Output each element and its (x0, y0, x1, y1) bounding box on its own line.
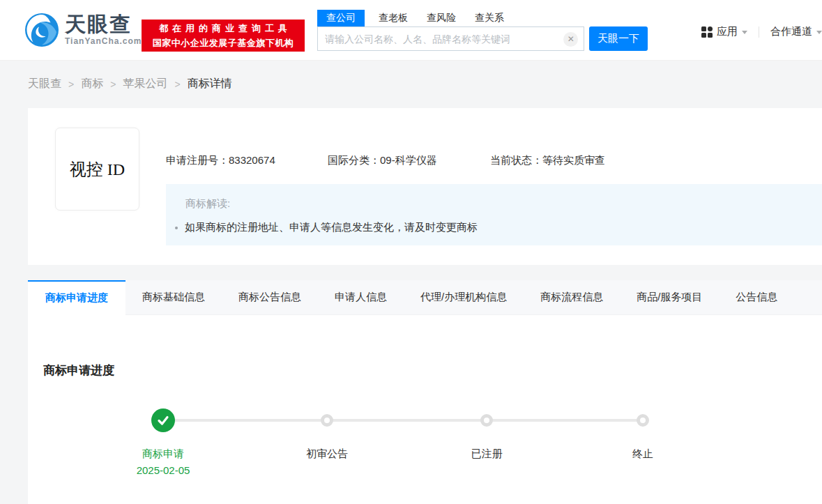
step-date-application: 2025-02-05 (107, 464, 219, 476)
note-item: 如果商标的注册地址、申请人等信息发生变化，请及时变更商标 (175, 221, 478, 234)
site-header: 天眼查 TianYanCha.com 都在用的商业查询工具 国家中小企业发展子基… (0, 0, 822, 61)
step-label-preliminary: 初审公告 (271, 448, 383, 461)
registration-number-value: 83320674 (229, 154, 275, 166)
step-label-application: 商标申请 (107, 448, 219, 461)
search-block: 查公司 查老板 查风险 查关系 ✕ 天眼一下 (317, 8, 648, 51)
trademark-image: 视控 ID (55, 128, 139, 211)
step-pending-node (637, 414, 649, 427)
intl-class-value: 09-科学仪器 (380, 154, 437, 166)
partner-menu[interactable]: 合作通道 (770, 25, 822, 38)
breadcrumb-trademark[interactable]: 商标 (81, 77, 103, 91)
search-button[interactable]: 天眼一下 (589, 26, 648, 51)
step-done-check-icon (151, 408, 175, 432)
logo-text: 天眼查 TianYanCha.com (65, 14, 142, 46)
registration-number-label: 申请注册号： (166, 154, 229, 166)
chevron-down-icon (742, 31, 747, 34)
note-title: 商标解读: (185, 197, 230, 211)
breadcrumb-home[interactable]: 天眼查 (28, 77, 61, 91)
divider (759, 26, 759, 38)
breadcrumb-separator: > (174, 79, 180, 90)
timeline-connector (163, 419, 643, 422)
breadcrumb-current: 商标详情 (188, 77, 232, 91)
intl-class-field: 国际分类：09-科学仪器 (328, 154, 437, 167)
step-pending-node (321, 414, 333, 427)
trademark-note: 商标解读: 如果商标的注册地址、申请人等信息发生变化，请及时变更商标 (166, 184, 822, 245)
search-tab-relation[interactable]: 查关系 (475, 10, 504, 26)
promo-line1: 都在用的商业查询工具 (155, 22, 291, 35)
partner-label: 合作通道 (770, 25, 812, 38)
promo-banner: 都在用的商业查询工具 国家中小企业发展子基金旗下机构 (142, 20, 305, 52)
clear-icon[interactable]: ✕ (563, 32, 578, 47)
site-logo[interactable]: 天眼查 TianYanCha.com (24, 13, 142, 47)
search-tabs: 查公司 查老板 查风险 查关系 (317, 8, 648, 26)
trademark-image-text: 视控 ID (70, 158, 125, 181)
search-row: ✕ 天眼一下 (317, 26, 648, 51)
breadcrumb-separator: > (110, 79, 116, 90)
step-label-terminated: 终止 (587, 448, 699, 461)
promo-line2: 国家中小企业发展子基金旗下机构 (153, 37, 294, 49)
registration-number-field: 申请注册号：83320674 (166, 154, 275, 167)
search-tab-boss[interactable]: 查老板 (379, 10, 408, 26)
progress-timeline: 商标申请 2025-02-05 初审公告 已注册 终止 (28, 280, 822, 504)
status-label: 当前状态： (490, 154, 542, 166)
status-field: 当前状态：等待实质审查 (490, 154, 605, 167)
tianyancha-eye-icon (24, 13, 59, 47)
breadcrumb-separator: > (68, 79, 74, 90)
search-tab-company[interactable]: 查公司 (317, 10, 365, 26)
chevron-down-icon (816, 31, 822, 34)
breadcrumb: 天眼查 > 商标 > 苹果公司 > 商标详情 (28, 77, 232, 91)
trademark-summary-card: 视控 ID 申请注册号：83320674 国际分类：09-科学仪器 当前状态：等… (28, 108, 822, 265)
intl-class-label: 国际分类： (328, 154, 380, 166)
trademark-detail-card: 商标申请进度 商标基础信息 商标公告信息 申请人信息 代理/办理机构信息 商标流… (28, 280, 822, 504)
search-input[interactable] (318, 27, 548, 50)
search-input-wrap: ✕ (317, 26, 584, 51)
bullet-icon (175, 227, 178, 229)
apps-grid-icon (701, 26, 713, 38)
breadcrumb-company[interactable]: 苹果公司 (123, 77, 167, 91)
apps-label: 应用 (717, 25, 738, 38)
logo-domain: TianYanCha.com (65, 36, 142, 46)
header-right-nav: 应用 合作通道 (701, 25, 822, 38)
status-value: 等待实质审查 (542, 154, 605, 166)
step-label-registered: 已注册 (431, 448, 542, 461)
note-item-text: 如果商标的注册地址、申请人等信息发生变化，请及时变更商标 (185, 221, 478, 234)
search-tab-risk[interactable]: 查风险 (427, 10, 456, 26)
apps-menu[interactable]: 应用 (701, 25, 747, 38)
logo-title: 天眼查 (65, 14, 142, 35)
step-pending-node (480, 414, 493, 427)
